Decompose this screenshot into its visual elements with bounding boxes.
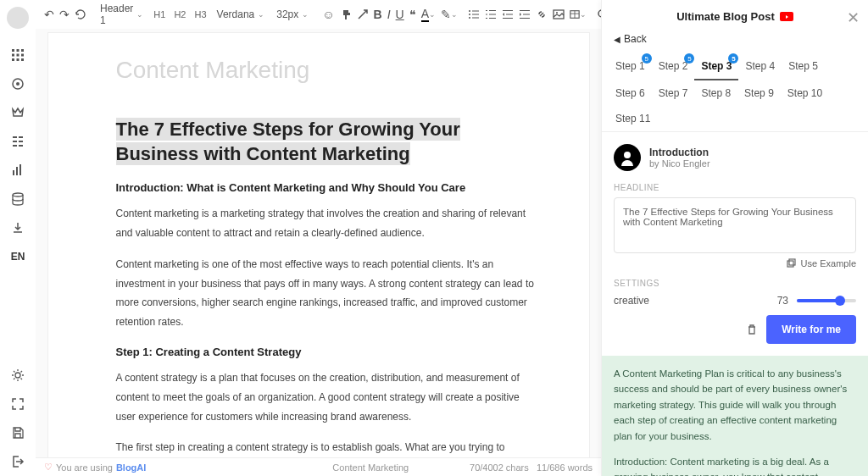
svg-rect-12	[19, 136, 23, 138]
creative-slider[interactable]	[797, 299, 856, 302]
step-tab[interactable]: Step 35	[694, 53, 738, 80]
chart-icon[interactable]	[10, 163, 25, 178]
creative-value: 73	[777, 295, 788, 307]
svg-rect-41	[489, 18, 496, 19]
svg-point-10	[16, 82, 19, 86]
size-dropdown[interactable]: 32px⌄	[273, 8, 312, 20]
svg-rect-56	[787, 261, 793, 267]
database-icon[interactable]	[10, 191, 25, 207]
close-icon[interactable]: ✕	[847, 8, 860, 27]
svg-rect-46	[523, 14, 530, 14]
text-color-icon[interactable]: A⌄	[421, 6, 436, 23]
brand-label: BlogAI	[116, 462, 146, 473]
headline-label: HEADLINE	[602, 180, 868, 194]
link-icon[interactable]	[536, 6, 548, 23]
format-paint-icon[interactable]	[340, 6, 352, 23]
heading-step1: Step 1: Creating a Content Strategy	[116, 346, 538, 358]
status-bar: ♡ You are using BlogAI Content Marketing…	[36, 457, 601, 476]
target-icon[interactable]	[10, 76, 25, 91]
svg-rect-16	[19, 145, 23, 147]
h1-button[interactable]: H1	[152, 9, 167, 19]
write-button[interactable]: Write for me	[766, 315, 856, 344]
svg-rect-2	[21, 49, 24, 52]
svg-rect-11	[13, 136, 17, 138]
svg-rect-35	[472, 17, 479, 18]
theme-icon[interactable]	[10, 368, 25, 383]
paragraph: Content marketing is a marketing strateg…	[116, 204, 538, 243]
editor[interactable]: Content Marketing The 7 Effective Steps …	[36, 29, 601, 457]
step-badge: 5	[728, 53, 738, 64]
indent-icon[interactable]	[519, 6, 531, 23]
youtube-icon[interactable]	[780, 12, 793, 21]
h2-button[interactable]: H2	[172, 9, 187, 19]
doc-name-label: Content Marketing	[332, 462, 409, 473]
svg-point-55	[624, 152, 631, 158]
svg-rect-37	[489, 10, 496, 11]
outdent-icon[interactable]	[502, 6, 514, 23]
back-button[interactable]: ◀Back	[602, 28, 868, 53]
headline-input[interactable]	[614, 197, 856, 253]
clear-format-icon[interactable]	[357, 6, 369, 23]
crown-icon[interactable]	[10, 105, 25, 120]
heading-intro: Introduction: What is Content Marketing …	[116, 181, 538, 194]
step-tab[interactable]: Step 5	[782, 53, 825, 80]
trash-icon[interactable]	[746, 324, 758, 335]
step-tab[interactable]: Step 11	[609, 106, 657, 131]
step-tab[interactable]: Step 15	[609, 53, 652, 80]
redo-icon[interactable]: ↷	[59, 6, 70, 23]
svg-rect-17	[13, 170, 14, 175]
apps-icon[interactable]	[10, 47, 25, 63]
emoji-icon[interactable]: ☺	[322, 6, 334, 23]
svg-rect-47	[520, 18, 530, 19]
grid-icon[interactable]	[10, 134, 25, 149]
bold-icon[interactable]: B	[374, 6, 382, 23]
svg-line-27	[21, 379, 23, 380]
step-tab[interactable]: Step 8	[694, 80, 737, 106]
exit-icon[interactable]	[10, 454, 25, 469]
font-dropdown[interactable]: Verdana⌄	[214, 8, 269, 20]
using-label: You are using	[56, 462, 113, 473]
toolbar: ↶ ↷ Header 1⌄ H1 H2 H3 Verdana⌄ 32px⌄ ☺ …	[36, 0, 601, 29]
undo-icon[interactable]: ↶	[44, 6, 54, 23]
history-icon[interactable]	[75, 6, 86, 23]
step-tab[interactable]: Step 9	[737, 80, 781, 106]
svg-line-28	[14, 379, 15, 380]
language-label[interactable]: EN	[10, 249, 25, 264]
svg-rect-57	[789, 259, 795, 265]
h3-button[interactable]: H3	[192, 9, 208, 19]
svg-rect-18	[16, 167, 18, 175]
download-icon[interactable]	[10, 220, 25, 235]
ai-output: A Content Marketing Plan is critical to …	[602, 356, 868, 476]
quote-icon[interactable]: ❝	[409, 6, 416, 23]
document-page: Content Marketing The 7 Effective Steps …	[47, 32, 590, 457]
use-example-button[interactable]: Use Example	[602, 257, 868, 275]
italic-icon[interactable]: I	[387, 6, 391, 23]
save-icon[interactable]	[10, 425, 25, 440]
char-count: 70/4002	[470, 462, 504, 473]
number-list-icon[interactable]	[485, 6, 497, 23]
word-count: 11/686	[537, 462, 565, 473]
underline-icon[interactable]: U	[396, 6, 404, 23]
step-tab[interactable]: Step 7	[652, 80, 695, 106]
bullet-list-icon[interactable]	[468, 6, 480, 23]
svg-point-30	[469, 10, 470, 12]
table-icon[interactable]: ⌄	[570, 6, 587, 23]
svg-line-29	[21, 371, 23, 373]
highlight-icon[interactable]: ✎⌄	[441, 6, 458, 23]
svg-point-20	[13, 193, 23, 196]
doc-placeholder-title: Content Marketing	[116, 57, 538, 84]
svg-rect-36	[486, 10, 487, 11]
user-avatar[interactable]	[7, 7, 29, 29]
svg-rect-38	[486, 14, 487, 14]
paragraph: The first step in creating a content str…	[116, 438, 538, 457]
step-tab[interactable]: Step 25	[652, 53, 695, 80]
step-tab[interactable]: Step 6	[609, 80, 652, 106]
author-avatar	[614, 144, 641, 171]
style-dropdown[interactable]: Header 1⌄	[97, 3, 147, 26]
step-tab[interactable]: Step 4	[738, 53, 782, 80]
fullscreen-icon[interactable]	[10, 396, 25, 412]
svg-rect-15	[13, 145, 17, 147]
svg-rect-0	[12, 49, 14, 52]
image-icon[interactable]	[553, 6, 565, 23]
step-tab[interactable]: Step 10	[781, 80, 829, 106]
